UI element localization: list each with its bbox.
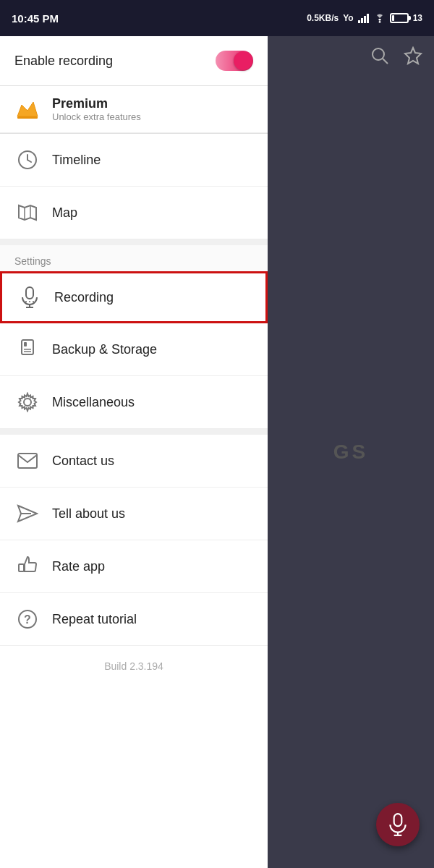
status-bar: 10:45 PM 0.5KB/s Yo 13 bbox=[0, 0, 434, 36]
clock-icon bbox=[14, 147, 41, 173]
svg-line-31 bbox=[383, 59, 388, 64]
battery-level: 13 bbox=[413, 13, 422, 23]
svg-rect-20 bbox=[24, 342, 27, 346]
send-icon bbox=[14, 501, 41, 527]
fab-mic-button[interactable] bbox=[376, 803, 420, 846]
drawer-menu: Enable recording Premium Unlock extra fe… bbox=[0, 36, 268, 868]
search-icon[interactable] bbox=[370, 46, 389, 65]
svg-point-17 bbox=[29, 301, 30, 302]
menu-item-timeline[interactable]: Timeline bbox=[0, 134, 268, 187]
map-icon bbox=[14, 200, 41, 226]
enable-recording-label: Enable recording bbox=[14, 54, 113, 69]
svg-marker-32 bbox=[405, 48, 421, 64]
enable-recording-toggle[interactable] bbox=[216, 51, 253, 71]
build-text: Build 2.3.194 bbox=[104, 660, 163, 672]
build-info: Build 2.3.194 bbox=[0, 646, 268, 686]
carrier-label: Yo bbox=[343, 13, 353, 23]
battery-icon bbox=[390, 13, 409, 23]
svg-rect-24 bbox=[18, 454, 37, 468]
misc-label: Miscellaneous bbox=[52, 395, 135, 410]
toggle-knob bbox=[234, 51, 252, 70]
premium-subtitle: Unlock extra features bbox=[52, 111, 141, 122]
menu-item-tutorial[interactable]: ? Repeat tutorial bbox=[0, 593, 268, 646]
svg-rect-33 bbox=[394, 814, 402, 826]
premium-text: Premium Unlock extra features bbox=[52, 96, 141, 122]
section-divider-2 bbox=[0, 429, 268, 435]
menu-item-misc[interactable]: Miscellaneous bbox=[0, 376, 268, 429]
premium-icon bbox=[14, 96, 41, 122]
menu-item-tell[interactable]: Tell about us bbox=[0, 488, 268, 540]
svg-line-9 bbox=[27, 160, 31, 162]
rate-label: Rate app bbox=[52, 559, 105, 574]
map-label: Map bbox=[52, 205, 77, 221]
menu-item-backup[interactable]: Backup & Storage bbox=[0, 323, 268, 376]
svg-rect-13 bbox=[26, 287, 33, 299]
email-icon bbox=[14, 448, 41, 474]
menu-item-rate[interactable]: Rate app bbox=[0, 540, 268, 593]
storage-icon bbox=[14, 336, 41, 362]
tell-label: Tell about us bbox=[52, 506, 125, 522]
recording-label: Recording bbox=[54, 290, 114, 305]
svg-rect-19 bbox=[22, 340, 33, 354]
backup-label: Backup & Storage bbox=[52, 342, 157, 357]
right-panel-text: GS bbox=[333, 441, 368, 464]
gear-icon bbox=[14, 389, 41, 415]
premium-title: Premium bbox=[52, 96, 141, 111]
contact-label: Contact us bbox=[52, 454, 114, 469]
right-panel-icons bbox=[359, 36, 434, 75]
thumbsup-icon bbox=[14, 553, 41, 579]
tutorial-label: Repeat tutorial bbox=[52, 612, 137, 627]
menu-item-recording[interactable]: Recording bbox=[0, 271, 268, 323]
svg-point-30 bbox=[373, 48, 384, 60]
svg-rect-2 bbox=[364, 16, 366, 23]
speed-indicator: 0.5KB/s bbox=[307, 13, 339, 23]
premium-item[interactable]: Premium Unlock extra features bbox=[0, 86, 268, 133]
svg-marker-5 bbox=[17, 102, 38, 116]
status-right: 0.5KB/s Yo 13 bbox=[307, 13, 422, 23]
menu-item-contact[interactable]: Contact us bbox=[0, 435, 268, 488]
svg-marker-10 bbox=[19, 205, 36, 220]
svg-text:?: ? bbox=[24, 613, 31, 626]
svg-point-23 bbox=[24, 399, 31, 406]
svg-point-16 bbox=[25, 301, 27, 302]
signal-icon bbox=[358, 13, 370, 23]
status-time: 10:45 PM bbox=[12, 12, 59, 25]
svg-rect-6 bbox=[17, 116, 38, 119]
wifi-icon bbox=[374, 13, 386, 23]
timeline-label: Timeline bbox=[52, 153, 101, 168]
svg-rect-27 bbox=[19, 564, 24, 571]
settings-section-header: Settings bbox=[0, 245, 268, 271]
svg-point-18 bbox=[33, 301, 34, 302]
svg-rect-1 bbox=[361, 18, 363, 23]
question-icon: ? bbox=[14, 606, 41, 632]
star-icon[interactable] bbox=[404, 46, 422, 65]
svg-point-4 bbox=[378, 21, 380, 23]
menu-item-map[interactable]: Map bbox=[0, 187, 268, 239]
enable-recording-row[interactable]: Enable recording bbox=[0, 36, 268, 86]
right-panel: GS bbox=[268, 36, 434, 868]
svg-rect-3 bbox=[367, 14, 369, 23]
section-divider bbox=[0, 239, 268, 245]
svg-rect-0 bbox=[358, 20, 360, 23]
mic-icon bbox=[17, 284, 43, 310]
